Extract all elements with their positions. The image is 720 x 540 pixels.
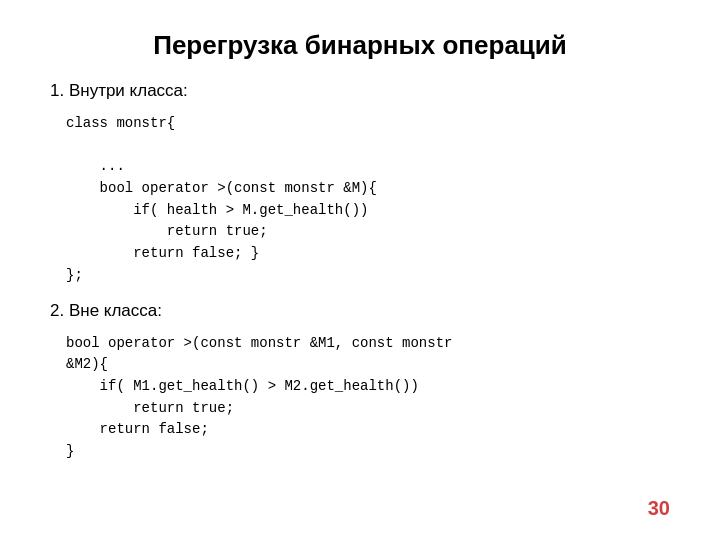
section2-label: 2. Вне класса: <box>50 301 670 321</box>
section1-code: class monstr{ ... bool operator >(const … <box>50 109 670 291</box>
section1-label: 1. Внутри класса: <box>50 81 670 101</box>
page-number: 30 <box>648 497 670 520</box>
slide-title: Перегрузка бинарных операций <box>50 30 670 61</box>
slide: Перегрузка бинарных операций 1. Внутри к… <box>0 0 720 540</box>
section2-code: bool operator >(const monstr &M1, const … <box>50 329 670 467</box>
